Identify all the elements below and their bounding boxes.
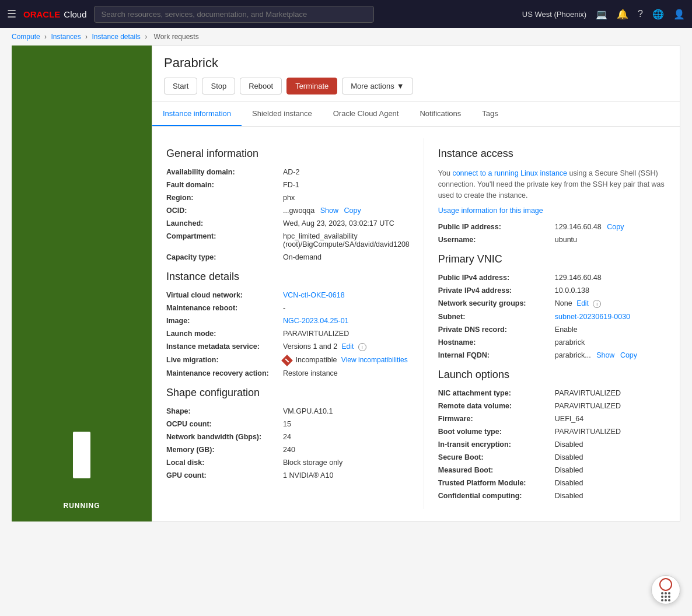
metadata-info-icon[interactable]: i [358,343,366,351]
internal-fqdn-row: Internal FQDN: parabrick... Show Copy [438,351,666,359]
search-input[interactable] [94,6,374,23]
live-migration-label: Live migration: [166,356,283,365]
maintenance-reboot-value: - [283,304,285,312]
network-bw-row: Network bandwidth (Gbps): 24 [166,433,410,441]
ocid-show-button[interactable]: Show [320,206,338,215]
capacity-type-label: Capacity type: [166,253,283,261]
developer-icon[interactable]: 💻 [596,9,607,20]
secure-boot-label: Secure Boot: [438,453,555,461]
metadata-row: Instance metadata service: Versions 1 an… [166,342,410,351]
local-disk-label: Local disk: [166,459,283,467]
hostname-value: parabrick [555,338,585,346]
tab-instance-information[interactable]: Instance information [152,102,242,126]
fault-domain-label: Fault domain: [166,181,283,189]
oracle-text: ORACLE [23,9,60,19]
maintenance-recovery-row: Maintenance recovery action: Restore ins… [166,369,410,377]
page-header: Parabrick Start Stop Reboot Terminate Mo… [152,46,680,102]
compartment-label: Compartment: [166,232,283,249]
breadcrumb: Compute › Instances › Instance details ›… [0,28,692,46]
primary-vnic-title: Primary VNIC [438,253,666,265]
breadcrumb-sep-2: › [85,33,88,41]
breadcrumb-compute[interactable]: Compute [12,33,40,41]
top-navigation: ☰ ORACLE Cloud US West (Phoenix) 💻 🔔 ? 🌐… [0,0,692,28]
launch-options-title: Launch options [438,369,666,381]
bell-icon[interactable]: 🔔 [617,9,628,20]
metadata-label: Instance metadata service: [166,342,283,351]
region-value: phx [283,194,295,202]
usage-info-link[interactable]: Usage information for this image [438,206,666,215]
instance-access-title: Instance access [438,148,666,160]
breadcrumb-work-requests: Work requests [154,33,199,41]
breadcrumb-instance-details[interactable]: Instance details [92,33,140,41]
image-value: NGC-2023.04.25-01 [283,317,349,325]
more-actions-button[interactable]: More actions ▼ [342,78,413,94]
profile-icon[interactable]: 👤 [673,9,685,20]
shape-label: Shape: [166,407,283,415]
right-column: Instance access You connect to a running… [424,138,680,509]
internal-fqdn-copy-button[interactable]: Copy [620,351,637,359]
tab-oracle-cloud-agent[interactable]: Oracle Cloud Agent [323,102,410,126]
ocid-row: OCID: ...gwoqqa Show Copy [166,206,410,215]
secure-boot-row: Secure Boot: Disabled [438,453,666,461]
remote-data-volume-label: Remote data volume: [438,402,555,410]
ocid-value: ...gwoqqa Show Copy [283,206,361,215]
instance-details-title: Instance details [166,271,410,283]
tab-tags[interactable]: Tags [471,102,508,126]
public-ip-value: 129.146.60.48 Copy [555,223,624,231]
view-incompatibilities-link[interactable]: View incompatibilities [341,356,408,364]
image-link[interactable]: NGC-2023.04.25-01 [283,317,349,325]
instance-details-section: Instance details Virtual cloud network: … [166,271,410,377]
ocid-copy-button[interactable]: Copy [344,206,361,215]
globe-icon[interactable]: 🌐 [652,9,664,20]
image-label: Image: [166,317,283,325]
nsg-info-icon[interactable]: i [593,300,601,308]
vcn-link[interactable]: VCN-ctl-OKE-0618 [283,291,345,299]
hamburger-icon[interactable]: ☰ [7,8,16,20]
public-ipv4-value: 129.146.60.48 [555,274,602,282]
launch-options-section: Launch options NIC attachment type: PARA… [438,369,666,500]
maintenance-reboot-label: Maintenance reboot: [166,304,283,312]
nsg-edit-link[interactable]: Edit [576,299,589,307]
start-button[interactable]: Start [164,78,197,94]
terminate-button[interactable]: Terminate [286,78,337,94]
ocpu-label: OCPU count: [166,420,283,428]
tab-shielded-instance[interactable]: Shielded instance [242,102,323,126]
transit-encryption-value: Disabled [555,440,583,449]
metadata-edit-link[interactable]: Edit [342,342,354,351]
tab-notifications[interactable]: Notifications [409,102,471,126]
firmware-label: Firmware: [438,415,555,423]
incompatible-icon [281,355,293,366]
subnet-link[interactable]: subnet-20230619-0030 [555,313,630,321]
nsg-value: None Edit i [555,299,602,308]
breadcrumb-instances[interactable]: Instances [51,33,81,41]
region-selector[interactable]: US West (Phoenix) [522,10,586,19]
gpu-count-value: 1 NVIDIA® A10 [283,471,333,480]
instance-image-panel: RUNNING [12,46,152,522]
help-icon[interactable]: ? [638,9,643,19]
shape-config-section: Shape configuration Shape: VM.GPU.A10.1 … [166,387,410,480]
primary-vnic-section: Primary VNIC Public IPv4 address: 129.14… [438,253,666,359]
connect-linux-link[interactable]: connect to a running Linux instance [452,169,567,177]
availability-domain-value: AD-2 [283,168,299,176]
internal-fqdn-show-button[interactable]: Show [596,351,614,359]
compartment-value: hpc_limited_availability (root)/BigCompu… [283,232,410,249]
remote-data-volume-value: PARAVIRTUALIZED [555,402,621,410]
stop-button[interactable]: Stop [202,78,235,94]
oracle-logo: ORACLE Cloud [23,9,87,19]
fault-domain-row: Fault domain: FD-1 [166,181,410,189]
cloud-text: Cloud [64,9,86,19]
ocid-label: OCID: [166,206,283,215]
capacity-type-row: Capacity type: On-demand [166,253,410,261]
public-ip-label: Public IP address: [438,223,555,231]
image-row: Image: NGC-2023.04.25-01 [166,317,410,325]
public-ip-copy-button[interactable]: Copy [607,223,624,231]
network-bw-label: Network bandwidth (Gbps): [166,433,283,441]
top-nav-right: US West (Phoenix) 💻 🔔 ? 🌐 👤 [522,9,685,20]
shape-value: VM.GPU.A10.1 [283,407,333,415]
page-title: Parabrick [164,55,668,71]
tab-content: General information Availability domain:… [152,127,680,521]
reboot-button[interactable]: Reboot [240,78,282,94]
instance-visual-icon [73,432,90,478]
public-ipv4-row: Public IPv4 address: 129.146.60.48 [438,274,666,282]
tpm-row: Trusted Platform Module: Disabled [438,479,666,487]
